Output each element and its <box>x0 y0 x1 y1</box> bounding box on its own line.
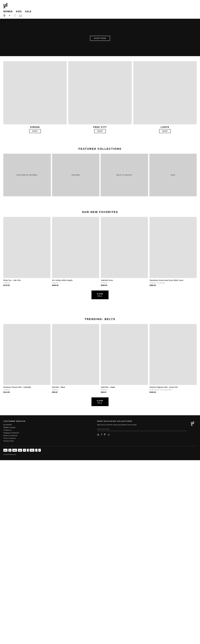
belt-img-3 <box>150 324 197 385</box>
trending-belts-title: TRENDING: BELTS <box>3 318 197 321</box>
brand-shop-freecity[interactable]: SHOP <box>94 129 106 133</box>
footer-exclusive: SHOP EXCLUSIVE COLLECTIONS Sign up for e… <box>97 420 187 443</box>
brand-img-lunya <box>133 61 197 124</box>
payment-shop: SHOP <box>30 449 34 452</box>
product-name-0: Elody Top – Lilac Pink <box>3 279 50 282</box>
belt-card-1[interactable]: Idyll Belt – Black XIRENA $59.00 <box>52 324 99 394</box>
tiktok-icon[interactable]: ♬ <box>108 433 110 436</box>
new-favorites-view-all[interactable]: VIEWALL <box>91 290 108 299</box>
belt-brand-2: XIRENA <box>101 389 148 391</box>
nav-women[interactable]: WOMEN <box>3 10 13 13</box>
product-brand-3: RAQUEL ALLEGRA <box>150 282 197 284</box>
pinterest-icon[interactable]: P <box>104 433 106 436</box>
footer: CUSTOMER SERVICE My Wishlist Affiliate P… <box>0 415 200 460</box>
footer-logo-col: ul A <box>191 420 197 443</box>
trending-belts-section: TRENDING: BELTS Monterey Chevron Belt – … <box>0 308 200 416</box>
collection-label-kids: KIDS <box>171 174 175 176</box>
new-favorites-section: OUR NEW FAVORITES Elody Top – Lilac Pink… <box>0 201 200 308</box>
payment-pp: PP <box>23 449 26 452</box>
footer-customer-service-title: CUSTOMER SERVICE <box>3 420 93 422</box>
search-icon[interactable]: ⚲ <box>3 14 6 17</box>
product-price-3: $365.00 <box>150 284 197 286</box>
product-card-1[interactable]: MV Ashleys Wide Straight MOUSSY $360.00 <box>52 217 99 286</box>
featured-collections-section: FEATURED COLLECTIONS LAST MINUTE GETAWAY… <box>0 138 200 201</box>
brand-name-xirena: XIRENA <box>30 126 40 128</box>
payment-icons-row: VISA MC AMEX DISC PP  SHOP V G <box>3 449 197 452</box>
product-brand-1: MOUSSY <box>52 282 99 284</box>
footer-customer-service: CUSTOMER SERVICE My Wishlist Affiliate P… <box>3 420 93 443</box>
product-brand-0: XIRENA <box>3 282 50 284</box>
belt-img-0 <box>3 324 50 385</box>
hero-section: SHOP NOW <box>0 19 200 56</box>
belt-name-1: Idyll Belt – Black <box>52 386 99 388</box>
brand-img-freecity <box>68 61 132 124</box>
collection-kids[interactable]: KIDS <box>149 154 197 196</box>
product-card-3[interactable]: Sleeveless Drama Maxi Dress Black Camo R… <box>150 217 197 286</box>
brand-card-freecity: FREE CITY SHOP <box>68 61 132 133</box>
nav-kids[interactable]: KIDS <box>16 10 22 13</box>
brand-shop-xirena[interactable]: SHOP <box>29 129 41 133</box>
collection-leather[interactable]: LEATHER <box>52 154 100 196</box>
belt-price-3: $340.00 <box>150 391 197 393</box>
brand-img-xirena <box>3 61 67 124</box>
svg-text:A: A <box>191 424 193 426</box>
instagram-icon[interactable]: ◎ <box>97 433 99 436</box>
footer-link-wishlist[interactable]: My Wishlist <box>3 424 93 426</box>
brand-name-lunya: LUNYA <box>161 126 169 128</box>
account-icon[interactable]: ⚬ <box>8 14 11 17</box>
belt-img-2 <box>101 324 148 385</box>
collection-label-back-to-basics: BACK TO BASICS <box>117 174 132 176</box>
payment-venmo: V <box>35 449 38 452</box>
belts-view-all[interactable]: VIEWALL <box>91 398 108 406</box>
product-name-2: Gabrielle Dress <box>101 279 148 282</box>
facebook-icon[interactable]: f <box>101 433 102 436</box>
footer-email-input[interactable] <box>97 427 187 431</box>
collection-back-to-basics[interactable]: BACK TO BASICS <box>101 154 148 196</box>
product-card-2[interactable]: Gabrielle Dress XIRENA $295.00 <box>101 217 148 286</box>
footer-link-terms[interactable]: Terms of Service <box>3 437 93 439</box>
footer-shop-title: SHOP EXCLUSIVE COLLECTIONS <box>97 420 187 422</box>
product-card-0[interactable]: Elody Top – Lilac Pink XIRENA $179.00 <box>3 217 50 286</box>
footer-link-shipping[interactable]: Shipping & Deliveries <box>3 432 93 434</box>
belt-price-2: $98.00 <box>101 391 148 393</box>
nav-sale[interactable]: SALE <box>25 10 32 13</box>
collection-last-minute[interactable]: LAST MINUTE GETAWAY <box>3 154 51 196</box>
header: ul A WOMEN KIDS SALE ⚲ ⚬ ♡ ◻ <box>0 0 200 19</box>
footer-link-contact[interactable]: Contact us <box>3 429 93 431</box>
footer-link-privacy[interactable]: Privacy Policy <box>3 440 93 442</box>
brand-card-xirena: XIRENA SHOP <box>3 61 67 133</box>
belt-price-1: $59.00 <box>52 391 99 393</box>
belt-brand-3: DOROTHEE SCHUMACHER <box>150 389 197 391</box>
cookie-preferences[interactable]: Cookie Preferences <box>3 454 197 455</box>
product-name-1: MV Ashleys Wide Straight <box>52 279 99 282</box>
payment-apple:  <box>27 449 29 452</box>
payment-visa: VISA <box>3 449 8 452</box>
wishlist-icon[interactable]: ♡ <box>14 14 17 17</box>
svg-text:A: A <box>3 6 6 8</box>
hero-button[interactable]: SHOP NOW <box>90 36 110 41</box>
brand-name-freecity: FREE CITY <box>93 126 107 128</box>
belt-brand-1: XIRENA <box>52 389 99 391</box>
payment-mc: MC <box>8 449 12 452</box>
product-price-2: $295.00 <box>101 284 148 286</box>
belt-price-0: $110.00 <box>3 391 50 393</box>
belt-card-2[interactable]: Wyld Belt – Maple XIRENA $98.00 <box>101 324 148 394</box>
cart-icon[interactable]: ◻ <box>19 14 22 17</box>
logo: ul A <box>3 2 10 9</box>
product-img-3 <box>150 217 197 278</box>
belt-card-3[interactable]: Western Edginess Belt – Brown Mix DOROTH… <box>150 324 197 394</box>
belt-name-0: Monterey Chevron Belt – Daybright <box>3 386 50 388</box>
brand-shop-lunya[interactable]: SHOP <box>159 129 171 133</box>
product-price-1: $360.00 <box>52 284 99 286</box>
collection-label-leather: LEATHER <box>71 174 80 176</box>
payment-disc: DISC <box>18 449 22 452</box>
footer-link-returns[interactable]: Returns & Refunds <box>3 434 93 436</box>
payment-amex: AMEX <box>12 449 17 452</box>
footer-shop-desc: Sign up for exclusive access and tailore… <box>97 424 187 426</box>
brand-card-lunya: LUNYA SHOP <box>133 61 197 133</box>
collection-label-last-minute: LAST MINUTE GETAWAY <box>17 174 38 176</box>
belt-img-1 <box>52 324 99 385</box>
belt-card-0[interactable]: Monterey Chevron Belt – Daybright XIRENA… <box>3 324 50 394</box>
footer-link-affiliate[interactable]: Affiliate Program <box>3 426 93 428</box>
product-img-2 <box>101 217 148 278</box>
